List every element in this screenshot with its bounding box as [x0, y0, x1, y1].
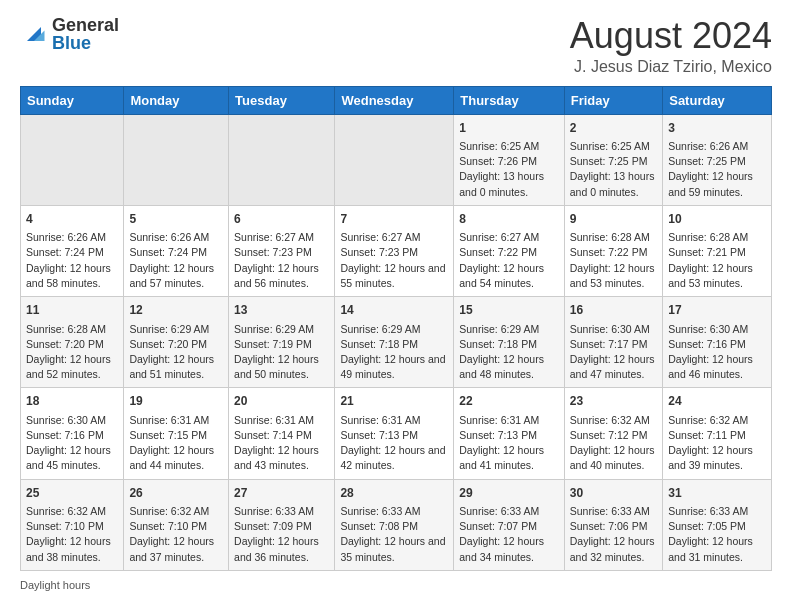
- day-number: 1: [459, 120, 559, 137]
- calendar-cell: [229, 114, 335, 205]
- logo-general: General: [52, 15, 119, 35]
- day-number: 16: [570, 302, 657, 319]
- calendar-body: 1Sunrise: 6:25 AMSunset: 7:26 PMDaylight…: [21, 114, 772, 570]
- location-subtitle: J. Jesus Diaz Tzirio, Mexico: [570, 58, 772, 76]
- day-number: 9: [570, 211, 657, 228]
- title-section: August 2024 J. Jesus Diaz Tzirio, Mexico: [570, 16, 772, 76]
- day-info: Sunrise: 6:30 AMSunset: 7:17 PMDaylight:…: [570, 322, 657, 383]
- day-number: 17: [668, 302, 766, 319]
- col-sunday: Sunday: [21, 86, 124, 114]
- col-wednesday: Wednesday: [335, 86, 454, 114]
- calendar-cell: 18Sunrise: 6:30 AMSunset: 7:16 PMDayligh…: [21, 388, 124, 479]
- day-info: Sunrise: 6:31 AMSunset: 7:13 PMDaylight:…: [340, 413, 448, 474]
- calendar-cell: 7Sunrise: 6:27 AMSunset: 7:23 PMDaylight…: [335, 205, 454, 296]
- col-thursday: Thursday: [454, 86, 565, 114]
- day-number: 12: [129, 302, 223, 319]
- day-number: 25: [26, 485, 118, 502]
- logo: General Blue: [20, 16, 119, 52]
- day-info: Sunrise: 6:31 AMSunset: 7:14 PMDaylight:…: [234, 413, 329, 474]
- day-info: Sunrise: 6:33 AMSunset: 7:07 PMDaylight:…: [459, 504, 559, 565]
- footer-text: Daylight hours: [20, 579, 90, 591]
- col-saturday: Saturday: [663, 86, 772, 114]
- day-info: Sunrise: 6:32 AMSunset: 7:10 PMDaylight:…: [129, 504, 223, 565]
- calendar-cell: [124, 114, 229, 205]
- calendar-cell: 11Sunrise: 6:28 AMSunset: 7:20 PMDayligh…: [21, 297, 124, 388]
- day-number: 13: [234, 302, 329, 319]
- footer-note: Daylight hours: [20, 579, 772, 591]
- calendar-cell: 16Sunrise: 6:30 AMSunset: 7:17 PMDayligh…: [564, 297, 662, 388]
- day-number: 3: [668, 120, 766, 137]
- calendar-cell: 22Sunrise: 6:31 AMSunset: 7:13 PMDayligh…: [454, 388, 565, 479]
- day-number: 30: [570, 485, 657, 502]
- calendar-week-1: 1Sunrise: 6:25 AMSunset: 7:26 PMDaylight…: [21, 114, 772, 205]
- calendar-cell: 20Sunrise: 6:31 AMSunset: 7:14 PMDayligh…: [229, 388, 335, 479]
- calendar-week-5: 25Sunrise: 6:32 AMSunset: 7:10 PMDayligh…: [21, 479, 772, 570]
- day-info: Sunrise: 6:32 AMSunset: 7:10 PMDaylight:…: [26, 504, 118, 565]
- day-number: 14: [340, 302, 448, 319]
- calendar-cell: 3Sunrise: 6:26 AMSunset: 7:25 PMDaylight…: [663, 114, 772, 205]
- col-monday: Monday: [124, 86, 229, 114]
- calendar-cell: 4Sunrise: 6:26 AMSunset: 7:24 PMDaylight…: [21, 205, 124, 296]
- day-number: 24: [668, 393, 766, 410]
- calendar-cell: 25Sunrise: 6:32 AMSunset: 7:10 PMDayligh…: [21, 479, 124, 570]
- calendar-cell: 30Sunrise: 6:33 AMSunset: 7:06 PMDayligh…: [564, 479, 662, 570]
- calendar-table: Sunday Monday Tuesday Wednesday Thursday…: [20, 86, 772, 571]
- day-info: Sunrise: 6:33 AMSunset: 7:08 PMDaylight:…: [340, 504, 448, 565]
- calendar-cell: [21, 114, 124, 205]
- calendar-cell: 9Sunrise: 6:28 AMSunset: 7:22 PMDaylight…: [564, 205, 662, 296]
- day-info: Sunrise: 6:27 AMSunset: 7:23 PMDaylight:…: [340, 230, 448, 291]
- day-info: Sunrise: 6:29 AMSunset: 7:18 PMDaylight:…: [340, 322, 448, 383]
- day-info: Sunrise: 6:26 AMSunset: 7:24 PMDaylight:…: [26, 230, 118, 291]
- day-number: 23: [570, 393, 657, 410]
- calendar-cell: 27Sunrise: 6:33 AMSunset: 7:09 PMDayligh…: [229, 479, 335, 570]
- calendar-cell: 10Sunrise: 6:28 AMSunset: 7:21 PMDayligh…: [663, 205, 772, 296]
- calendar-cell: 23Sunrise: 6:32 AMSunset: 7:12 PMDayligh…: [564, 388, 662, 479]
- col-tuesday: Tuesday: [229, 86, 335, 114]
- calendar-cell: 14Sunrise: 6:29 AMSunset: 7:18 PMDayligh…: [335, 297, 454, 388]
- page-header: General Blue August 2024 J. Jesus Diaz T…: [20, 16, 772, 76]
- day-info: Sunrise: 6:33 AMSunset: 7:06 PMDaylight:…: [570, 504, 657, 565]
- col-friday: Friday: [564, 86, 662, 114]
- calendar-week-3: 11Sunrise: 6:28 AMSunset: 7:20 PMDayligh…: [21, 297, 772, 388]
- day-number: 29: [459, 485, 559, 502]
- day-info: Sunrise: 6:25 AMSunset: 7:26 PMDaylight:…: [459, 139, 559, 200]
- calendar-cell: 8Sunrise: 6:27 AMSunset: 7:22 PMDaylight…: [454, 205, 565, 296]
- day-number: 8: [459, 211, 559, 228]
- calendar-cell: 1Sunrise: 6:25 AMSunset: 7:26 PMDaylight…: [454, 114, 565, 205]
- day-number: 20: [234, 393, 329, 410]
- day-info: Sunrise: 6:30 AMSunset: 7:16 PMDaylight:…: [668, 322, 766, 383]
- calendar-cell: 17Sunrise: 6:30 AMSunset: 7:16 PMDayligh…: [663, 297, 772, 388]
- day-number: 31: [668, 485, 766, 502]
- day-info: Sunrise: 6:31 AMSunset: 7:15 PMDaylight:…: [129, 413, 223, 474]
- day-info: Sunrise: 6:32 AMSunset: 7:12 PMDaylight:…: [570, 413, 657, 474]
- calendar-cell: 29Sunrise: 6:33 AMSunset: 7:07 PMDayligh…: [454, 479, 565, 570]
- day-info: Sunrise: 6:29 AMSunset: 7:19 PMDaylight:…: [234, 322, 329, 383]
- day-info: Sunrise: 6:28 AMSunset: 7:22 PMDaylight:…: [570, 230, 657, 291]
- calendar-cell: 19Sunrise: 6:31 AMSunset: 7:15 PMDayligh…: [124, 388, 229, 479]
- day-info: Sunrise: 6:31 AMSunset: 7:13 PMDaylight:…: [459, 413, 559, 474]
- calendar-header: Sunday Monday Tuesday Wednesday Thursday…: [21, 86, 772, 114]
- main-title: August 2024: [570, 16, 772, 56]
- day-info: Sunrise: 6:29 AMSunset: 7:18 PMDaylight:…: [459, 322, 559, 383]
- calendar-cell: 5Sunrise: 6:26 AMSunset: 7:24 PMDaylight…: [124, 205, 229, 296]
- day-info: Sunrise: 6:29 AMSunset: 7:20 PMDaylight:…: [129, 322, 223, 383]
- day-number: 22: [459, 393, 559, 410]
- day-number: 15: [459, 302, 559, 319]
- calendar-week-4: 18Sunrise: 6:30 AMSunset: 7:16 PMDayligh…: [21, 388, 772, 479]
- day-number: 5: [129, 211, 223, 228]
- day-info: Sunrise: 6:32 AMSunset: 7:11 PMDaylight:…: [668, 413, 766, 474]
- day-number: 27: [234, 485, 329, 502]
- day-info: Sunrise: 6:33 AMSunset: 7:05 PMDaylight:…: [668, 504, 766, 565]
- day-number: 7: [340, 211, 448, 228]
- calendar-cell: [335, 114, 454, 205]
- day-number: 2: [570, 120, 657, 137]
- calendar-cell: 24Sunrise: 6:32 AMSunset: 7:11 PMDayligh…: [663, 388, 772, 479]
- day-info: Sunrise: 6:33 AMSunset: 7:09 PMDaylight:…: [234, 504, 329, 565]
- day-number: 6: [234, 211, 329, 228]
- calendar-cell: 12Sunrise: 6:29 AMSunset: 7:20 PMDayligh…: [124, 297, 229, 388]
- calendar-cell: 31Sunrise: 6:33 AMSunset: 7:05 PMDayligh…: [663, 479, 772, 570]
- day-number: 11: [26, 302, 118, 319]
- day-info: Sunrise: 6:25 AMSunset: 7:25 PMDaylight:…: [570, 139, 657, 200]
- calendar-cell: 28Sunrise: 6:33 AMSunset: 7:08 PMDayligh…: [335, 479, 454, 570]
- day-info: Sunrise: 6:26 AMSunset: 7:24 PMDaylight:…: [129, 230, 223, 291]
